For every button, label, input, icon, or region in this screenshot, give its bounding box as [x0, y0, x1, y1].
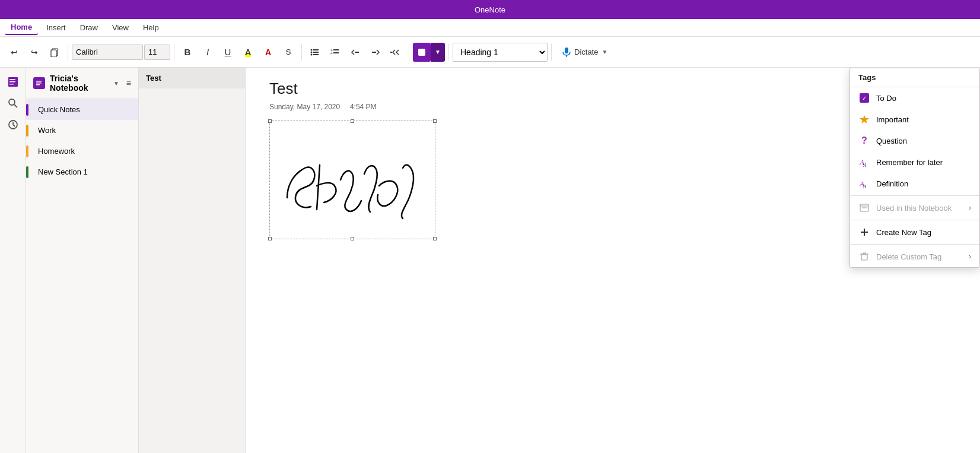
tag-separator-1 [850, 195, 979, 196]
bold-button[interactable]: B [178, 43, 197, 62]
important-icon [858, 113, 870, 125]
font-size-input[interactable] [144, 45, 170, 60]
menu-draw[interactable]: Draw [74, 21, 104, 34]
svg-rect-19 [9, 79, 15, 80]
sort-icon[interactable]: ≡ [126, 78, 131, 88]
tag-item-definition[interactable]: AA Definition [850, 173, 979, 194]
drawing-area[interactable] [269, 121, 435, 239]
tag-item-delete-custom[interactable]: Delete Custom Tag › [850, 246, 979, 267]
notebook-dropdown-icon[interactable]: ▼ [113, 80, 119, 87]
sep4 [409, 44, 409, 61]
bullets-button[interactable] [306, 43, 324, 62]
svg-point-2 [311, 49, 313, 50]
section-item-work[interactable]: Work [26, 120, 138, 141]
handle-tr[interactable] [433, 119, 437, 123]
sep1 [68, 44, 68, 61]
font-color-button[interactable]: A [259, 43, 278, 62]
handle-bm[interactable] [351, 237, 354, 240]
handle-br[interactable] [433, 237, 437, 240]
svg-rect-20 [9, 81, 15, 83]
redo-button[interactable]: ↪ [25, 43, 44, 62]
clipboard-button[interactable] [45, 43, 64, 62]
content-area: Test Sunday, May 17, 2020 4:54 PM [246, 68, 980, 453]
dictate-button[interactable]: Dictate ▼ [555, 43, 615, 62]
svg-rect-29 [36, 83, 42, 84]
undo-button[interactable]: ↩ [5, 43, 24, 62]
tag-item-important[interactable]: Important [850, 109, 979, 130]
page-item-test[interactable]: Test [139, 68, 245, 88]
section-item-homework[interactable]: Homework [26, 141, 138, 161]
menu-insert[interactable]: Insert [40, 21, 72, 34]
svg-rect-5 [313, 52, 319, 53]
numbering-button[interactable]: 1.2. [326, 43, 345, 62]
dictate-arrow[interactable]: ▼ [602, 49, 607, 55]
svg-rect-13 [372, 52, 376, 53]
indent-right-button[interactable] [366, 43, 385, 62]
tag-label-create-new: Create New Tag [876, 228, 931, 237]
highlight-button[interactable]: A [238, 43, 257, 62]
section-color-work [26, 125, 28, 137]
handle-bl[interactable] [268, 237, 272, 240]
svg-marker-31 [860, 115, 869, 123]
tag-label-remember: Remember for later [876, 158, 943, 167]
menu-help[interactable]: Help [137, 21, 165, 34]
menu-home[interactable]: Home [5, 20, 38, 35]
menu-view[interactable]: View [106, 21, 135, 34]
sidebar-icon-search[interactable] [4, 94, 23, 113]
sidebar-icon-notebooks[interactable] [4, 72, 23, 91]
indent-more-button[interactable] [386, 43, 405, 62]
tags-button-group[interactable]: ▼ [413, 43, 445, 62]
handle-tl[interactable] [268, 119, 272, 123]
notebook-header[interactable]: Tricia's Notebook ▼ ≡ [26, 68, 138, 99]
svg-point-22 [9, 99, 15, 105]
delete-custom-tag-icon [858, 251, 870, 262]
svg-rect-12 [355, 52, 359, 53]
sidebar-icon-recent[interactable] [4, 115, 23, 134]
pages-panel: Test [139, 68, 246, 453]
page-label-test: Test [146, 74, 161, 83]
used-in-notebook-arrow: › [969, 204, 971, 212]
tags-popup-title: Tags [850, 68, 979, 87]
tag-label-delete-custom: Delete Custom Tag [876, 252, 941, 261]
section-label-work: Work [33, 126, 56, 135]
underline-button[interactable]: U [218, 43, 237, 62]
page-time: 4:54 PM [350, 103, 377, 111]
tag-separator-2 [850, 220, 979, 220]
tags-button[interactable] [413, 43, 431, 62]
tags-dropdown-arrow[interactable]: ▼ [431, 43, 445, 62]
used-in-notebook-icon [858, 202, 870, 214]
svg-rect-7 [313, 54, 319, 55]
section-label-new-section-1: New Section 1 [33, 167, 88, 176]
create-new-tag-icon [858, 226, 870, 238]
tag-item-create-new[interactable]: Create New Tag [850, 221, 979, 243]
svg-text:2.: 2. [330, 51, 333, 55]
handle-tm[interactable] [351, 119, 354, 123]
tag-label-used-in-notebook: Used in this Notebook [876, 204, 952, 213]
heading-select[interactable]: Heading 1 Heading 2 Heading 3 Normal [453, 43, 548, 62]
indent-left-button[interactable] [346, 43, 365, 62]
delete-custom-tag-arrow: › [969, 252, 971, 261]
content-wrapper: Test Sunday, May 17, 2020 4:54 PM [246, 68, 980, 453]
svg-rect-21 [9, 84, 14, 85]
tag-item-todo[interactable]: ✓ To Do [850, 87, 979, 109]
section-item-quick-notes[interactable]: Quick Notes [26, 99, 138, 120]
svg-rect-1 [51, 50, 56, 57]
tag-item-remember[interactable]: AA Remember for later [850, 151, 979, 173]
dictate-label: Dictate [574, 47, 598, 56]
tag-item-question[interactable]: ? Question [850, 130, 979, 151]
todo-icon: ✓ [858, 92, 870, 104]
notebook-icon [33, 77, 45, 89]
strikethrough-button[interactable]: S [279, 43, 298, 62]
toolbar: ↩ ↪ B I U A A S 1.2. ▼ Headin [0, 37, 980, 68]
title-bar: OneNote [0, 0, 980, 19]
section-label-homework: Homework [33, 147, 75, 156]
tag-item-used-in-notebook[interactable]: Used in this Notebook › [850, 197, 979, 218]
section-label-quick-notes: Quick Notes [33, 105, 80, 114]
svg-rect-28 [36, 81, 42, 82]
section-item-new-section-1[interactable]: New Section 1 [26, 161, 138, 182]
italic-button[interactable]: I [198, 43, 217, 62]
font-name-input[interactable] [72, 45, 143, 60]
tags-popup: Tags ✓ To Do Important [849, 68, 980, 268]
section-color-new-section-1 [26, 166, 28, 178]
notebooks-sidebar [0, 68, 26, 453]
